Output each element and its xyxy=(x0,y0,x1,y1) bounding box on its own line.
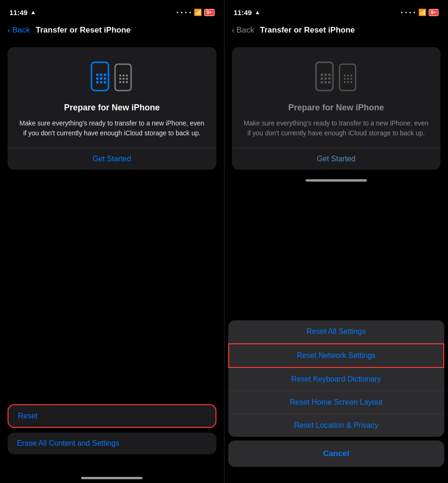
action-reset-all-settings[interactable]: Reset All Settings xyxy=(228,320,445,343)
status-time-right: 11:49 ▲ xyxy=(234,8,260,17)
action-reset-location-privacy[interactable]: Reset Location & Privacy xyxy=(228,414,445,437)
transfer-icon-right xyxy=(315,60,357,94)
svg-rect-15 xyxy=(123,78,124,80)
svg-rect-19 xyxy=(126,81,128,83)
time-right: 11:49 xyxy=(234,8,252,17)
cancel-sheet: Cancel xyxy=(228,441,445,467)
time-left: 11:49 xyxy=(9,8,27,17)
battery-right: 9+ xyxy=(429,9,439,16)
svg-rect-28 xyxy=(324,81,327,83)
svg-rect-8 xyxy=(100,81,102,83)
svg-rect-14 xyxy=(119,78,121,80)
svg-rect-36 xyxy=(350,78,352,80)
location-icon-left: ▲ xyxy=(30,9,36,16)
svg-rect-2 xyxy=(100,74,102,76)
status-bar-right: 11:49 ▲ • • • • 📶 9+ xyxy=(224,0,448,21)
action-sheet: Reset All Settings Reset Network Setting… xyxy=(228,320,445,437)
svg-rect-31 xyxy=(344,75,346,76)
status-icons-left: • • • • 📶 9+ xyxy=(177,8,215,16)
svg-rect-11 xyxy=(119,75,121,76)
action-sheet-overlay: Reset All Settings Reset Network Setting… xyxy=(224,320,448,483)
card-title-left: Prepare for New iPhone xyxy=(64,103,160,113)
signal-icon-left: • • • • xyxy=(177,9,192,15)
svg-rect-6 xyxy=(104,77,106,80)
get-started-btn-left[interactable]: Get Started xyxy=(92,148,131,170)
svg-rect-4 xyxy=(96,77,99,80)
nav-bar-left: ‹ Back Transfer or Reset iPhone xyxy=(0,21,224,42)
phone-icon-group-left xyxy=(91,60,133,94)
status-bar-left: 11:49 ▲ • • • • 📶 9+ xyxy=(0,0,224,21)
svg-rect-21 xyxy=(321,74,323,76)
svg-rect-35 xyxy=(347,78,349,80)
svg-rect-17 xyxy=(119,81,121,83)
card-body-right: Make sure everything's ready to transfer… xyxy=(243,118,430,138)
svg-rect-3 xyxy=(104,74,106,76)
nav-bar-right: ‹ Back Transfer or Reset iPhone xyxy=(224,21,448,42)
wifi-icon-left: 📶 xyxy=(194,8,202,16)
action-reset-keyboard-dictionary[interactable]: Reset Keyboard Dictionary xyxy=(228,368,445,391)
get-started-btn-right[interactable]: Get Started xyxy=(317,148,356,170)
svg-rect-37 xyxy=(344,81,346,83)
erase-button[interactable]: Erase All Content and Settings xyxy=(17,439,119,447)
svg-rect-23 xyxy=(328,74,331,76)
back-chevron-right: ‹ xyxy=(232,25,235,35)
svg-rect-7 xyxy=(96,81,99,83)
home-indicator-right xyxy=(306,179,367,182)
svg-rect-24 xyxy=(321,77,323,80)
svg-rect-38 xyxy=(347,81,349,83)
page-title-left: Transfer or Reset iPhone xyxy=(36,25,131,35)
status-icons-right: • • • • 📶 9+ xyxy=(401,8,439,16)
prepare-card-left: Prepare for New iPhone Make sure everyth… xyxy=(8,47,216,170)
svg-rect-1 xyxy=(96,74,99,76)
reset-button-container: Reset xyxy=(8,404,216,428)
svg-rect-18 xyxy=(123,81,124,83)
action-reset-network-settings[interactable]: Reset Network Settings xyxy=(228,343,445,368)
svg-rect-9 xyxy=(104,81,106,83)
cancel-button[interactable]: Cancel xyxy=(228,441,445,467)
wifi-icon-right: 📶 xyxy=(418,8,426,16)
back-button-left[interactable]: ‹ Back xyxy=(8,25,30,35)
back-chevron-left: ‹ xyxy=(8,25,10,35)
svg-rect-20 xyxy=(316,62,333,91)
phone-icon-group-right xyxy=(315,60,357,94)
svg-rect-13 xyxy=(126,75,128,76)
prepare-card-right: Prepare for New iPhone Make sure everyth… xyxy=(232,47,441,170)
svg-rect-30 xyxy=(340,64,356,91)
svg-rect-25 xyxy=(324,77,327,80)
svg-rect-33 xyxy=(350,75,352,76)
back-label-right: Back xyxy=(237,25,255,35)
page-title-right: Transfer or Reset iPhone xyxy=(260,25,355,35)
svg-rect-10 xyxy=(115,64,131,91)
battery-left: 9+ xyxy=(204,9,214,16)
right-phone-panel: 11:49 ▲ • • • • 📶 9+ ‹ Back Transfer or … xyxy=(224,0,448,483)
card-title-right: Prepare for New iPhone xyxy=(288,103,384,113)
svg-rect-5 xyxy=(100,77,102,80)
svg-rect-16 xyxy=(126,78,128,80)
back-button-right[interactable]: ‹ Back xyxy=(232,25,255,35)
svg-rect-0 xyxy=(91,62,108,91)
bottom-section-left: Reset Erase All Content and Settings xyxy=(8,183,216,474)
svg-rect-12 xyxy=(123,75,124,76)
action-reset-home-screen-layout[interactable]: Reset Home Screen Layout xyxy=(228,391,445,414)
card-body-left: Make sure everything's ready to transfer… xyxy=(19,118,205,138)
svg-rect-39 xyxy=(350,81,352,83)
svg-rect-34 xyxy=(344,78,346,80)
home-indicator-left xyxy=(81,477,142,479)
transfer-icon-left xyxy=(91,60,133,94)
signal-icon-right: • • • • xyxy=(401,9,416,15)
reset-button[interactable]: Reset xyxy=(8,405,216,427)
back-label-left: Back xyxy=(12,25,30,35)
status-time-left: 11:49 ▲ xyxy=(9,8,36,17)
svg-rect-32 xyxy=(347,75,349,76)
svg-rect-26 xyxy=(328,77,331,80)
location-icon-right: ▲ xyxy=(255,9,260,16)
svg-rect-22 xyxy=(324,74,327,76)
svg-rect-29 xyxy=(328,81,331,83)
left-phone-panel: 11:49 ▲ • • • • 📶 9+ ‹ Back Transfer or … xyxy=(0,0,224,483)
erase-button-container: Erase All Content and Settings xyxy=(8,433,216,454)
svg-rect-27 xyxy=(321,81,323,83)
